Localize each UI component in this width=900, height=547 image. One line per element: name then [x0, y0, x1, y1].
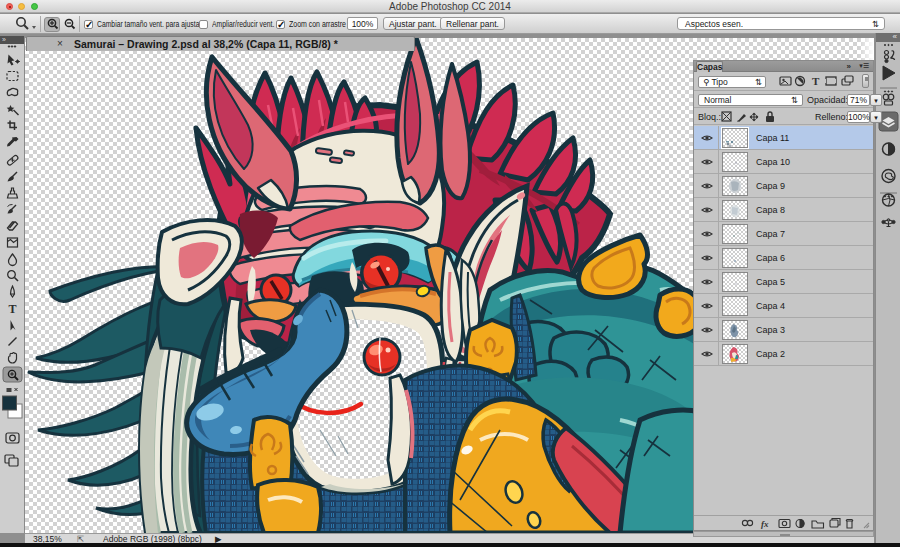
svg-text:T: T — [812, 75, 820, 87]
svg-text:T: T — [9, 302, 17, 316]
svg-text:fx: fx — [761, 519, 769, 529]
